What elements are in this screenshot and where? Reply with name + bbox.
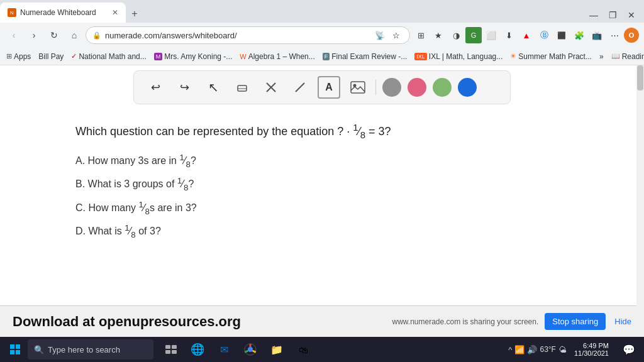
start-button[interactable]: [3, 337, 28, 362]
restore-button[interactable]: ❐: [605, 8, 620, 23]
color-green[interactable]: [433, 78, 452, 97]
downloads-icon[interactable]: ⬇: [501, 27, 517, 43]
browser-frame: N Numerade Whiteboard ✕ + — ❐ ✕ ‹ › ↻ ⌂ …: [0, 0, 644, 362]
bookmark-finalexam[interactable]: F Final Exam Review -...: [323, 52, 408, 61]
taskbar-pinned-icons: 🌐 ✉ 📁 🛍: [158, 337, 316, 362]
tools-button[interactable]: [260, 76, 282, 99]
tab-bar: N Numerade Whiteboard ✕ + — ❐ ✕: [0, 0, 644, 23]
stop-sharing-button[interactable]: Stop sharing: [545, 313, 606, 330]
bookmark-summermath[interactable]: ☀ Summer Math Pract...: [510, 52, 592, 61]
color-pink[interactable]: [408, 78, 426, 97]
svg-rect-10: [16, 350, 20, 354]
taskbar-search-bar[interactable]: 🔍 Type here to search: [28, 339, 153, 359]
extensions-icon[interactable]: ⊞: [413, 27, 429, 43]
tab-bar-right: — ❐ ✕: [143, 8, 644, 23]
capture-icon[interactable]: ⬜: [483, 27, 499, 43]
question-text: Which question can be represented by the…: [75, 122, 569, 140]
dark-mode-icon[interactable]: ◑: [448, 27, 464, 43]
svg-rect-12: [172, 345, 177, 349]
option-a: A. How many 3s are in 1⁄8?: [75, 153, 569, 169]
color-blue[interactable]: [458, 78, 477, 97]
tab-favicon: N: [8, 8, 16, 17]
bottom-banner: Download at openupresources.org www.nume…: [0, 305, 644, 337]
taskbar-mail-icon[interactable]: ✉: [211, 337, 236, 362]
svg-rect-7: [10, 344, 14, 349]
bookmark-icon[interactable]: ★: [430, 27, 447, 43]
bookmarks-bar: ⊞ Apps Bill Pay ✓ National Math and... M…: [0, 48, 644, 65]
menu-icon[interactable]: ⋯: [606, 27, 623, 43]
address-input[interactable]: 🔒 numerade.com/answers/whiteboard/ 📡 ☆: [86, 26, 410, 44]
translate-icon[interactable]: G: [465, 27, 482, 43]
color-gray[interactable]: [382, 78, 401, 97]
taskbar-task-view[interactable]: [158, 337, 184, 362]
chevron-icon[interactable]: ^: [508, 345, 512, 354]
browser-toolbar-right: ⊞ ★ ◑ G ⬜ ⬇ ▲ Ⓑ ⬛ 🧩 📺 ⋯ O: [413, 27, 639, 43]
temperature-text: 63°F: [540, 345, 555, 354]
tab-close-button[interactable]: ✕: [112, 8, 118, 17]
windows-taskbar: 🔍 Type here to search 🌐 ✉ 📁 🛍 ^ 📶 🔊 63°F…: [0, 337, 644, 362]
weather-icon: 🌤: [558, 345, 567, 354]
svg-rect-5: [351, 82, 365, 93]
svg-rect-8: [16, 344, 20, 349]
toolbar-separator: [375, 80, 376, 95]
forward-button[interactable]: ›: [25, 26, 43, 44]
text-tool-button[interactable]: A: [318, 76, 340, 99]
whiteboard-toolbar: ↩ ↪ ↖ A: [133, 70, 511, 104]
eraser-button[interactable]: [231, 76, 253, 99]
acrobat-icon[interactable]: ▲: [518, 27, 535, 43]
bookmark-readinglist[interactable]: 📖 Reading list: [611, 52, 644, 61]
bookmark-amykoning[interactable]: M Mrs. Amy Koning -...: [154, 52, 233, 61]
image-tool-button[interactable]: [347, 76, 369, 99]
profile-button[interactable]: O: [624, 28, 639, 43]
bookmark-algebra[interactable]: W Algebra 1 – When...: [240, 52, 314, 61]
taskbar-clock[interactable]: 6:49 PM 11/30/2021: [569, 342, 614, 357]
reload-button[interactable]: ↻: [45, 26, 63, 44]
svg-rect-14: [172, 350, 177, 354]
scrollbar[interactable]: [636, 65, 644, 337]
taskbar-search-icon: 🔍: [34, 345, 44, 354]
line-tool-button[interactable]: [289, 76, 311, 99]
option-d: D. What is 1⁄8 of 3?: [75, 223, 569, 239]
hide-button[interactable]: Hide: [614, 317, 631, 326]
home-button[interactable]: ⌂: [65, 26, 83, 44]
taskbar-chrome-icon[interactable]: [238, 337, 263, 362]
cast-icon[interactable]: 📡: [373, 28, 387, 42]
volume-icon[interactable]: 🔊: [527, 345, 537, 354]
taskbar-edge-icon[interactable]: 🌐: [185, 337, 210, 362]
download-banner-text: Download at openupresources.org: [13, 314, 241, 330]
scrollbar-thumb[interactable]: [637, 65, 643, 90]
edge-icon[interactable]: Ⓑ: [536, 27, 552, 43]
svg-point-16: [248, 347, 253, 352]
sharing-notice-text: www.numerade.com is sharing your screen.: [392, 317, 538, 326]
time-display: 6:49 PM: [574, 342, 609, 349]
office-icon[interactable]: ⬛: [553, 27, 570, 43]
taskbar-fileexplorer-icon[interactable]: 📁: [264, 337, 289, 362]
svg-rect-9: [10, 350, 14, 354]
tab-title: Numerade Whiteboard: [20, 8, 108, 17]
new-tab-button[interactable]: +: [126, 5, 143, 23]
svg-rect-11: [165, 345, 170, 349]
back-button[interactable]: ‹: [5, 26, 23, 44]
svg-line-18: [253, 351, 256, 353]
bookmark-billpay[interactable]: Bill Pay: [38, 52, 64, 61]
notification-icon[interactable]: 💬: [616, 337, 641, 362]
bookmark-more[interactable]: »: [599, 52, 604, 61]
taskbar-search-text: Type here to search: [48, 345, 120, 354]
active-tab[interactable]: N Numerade Whiteboard ✕: [0, 3, 126, 23]
undo-button[interactable]: ↩: [144, 76, 167, 99]
select-tool-button[interactable]: ↖: [202, 76, 225, 99]
bookmark-ixl[interactable]: IXL IXL | Math, Languag...: [414, 52, 502, 61]
svg-rect-13: [165, 350, 170, 354]
cast2-icon[interactable]: 📺: [589, 27, 605, 43]
address-right-icons: 📡 ☆: [373, 28, 403, 42]
network-icon[interactable]: 📶: [514, 345, 525, 354]
puzzle-icon[interactable]: 🧩: [571, 27, 587, 43]
close-browser-button[interactable]: ✕: [624, 8, 639, 23]
page-content: ↩ ↪ ↖ A Which question c: [0, 65, 644, 337]
bookmark-nationalmath[interactable]: ✓ National Math and...: [71, 52, 146, 61]
star-icon[interactable]: ☆: [389, 28, 403, 42]
bookmark-apps[interactable]: ⊞ Apps: [6, 52, 31, 61]
taskbar-store-icon[interactable]: 🛍: [291, 337, 316, 362]
minimize-button[interactable]: —: [586, 8, 601, 23]
redo-button[interactable]: ↪: [173, 76, 196, 99]
